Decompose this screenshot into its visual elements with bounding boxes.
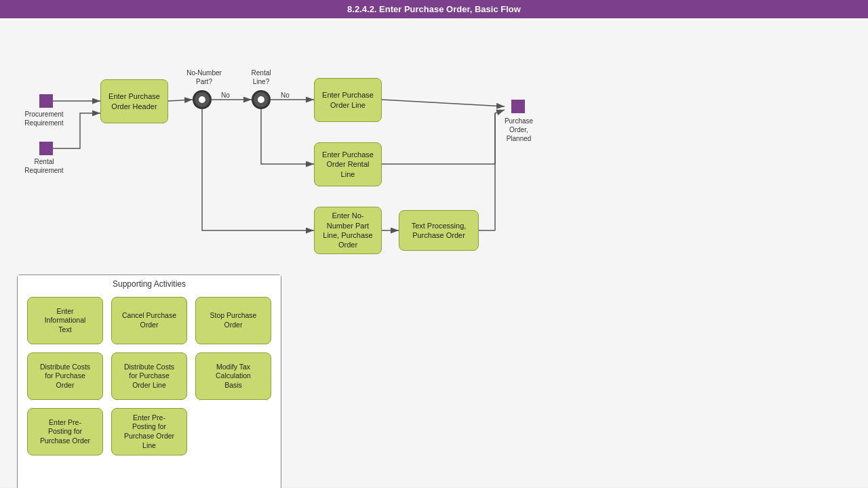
gateway-1 xyxy=(193,90,212,109)
support-modify-tax[interactable]: Modify TaxCalculationBasis xyxy=(195,352,271,400)
supporting-grid: EnterInformationalText Cancel PurchaseOr… xyxy=(18,291,281,465)
gateway-2-label: RentalLine? xyxy=(241,68,281,86)
svg-line-2 xyxy=(168,100,193,101)
page-title: 8.2.4.2. Enter Purchase Order, Basic Flo… xyxy=(347,4,521,14)
supporting-activities-box: Supporting Activities EnterInformational… xyxy=(17,274,281,488)
support-cancel-po[interactable]: Cancel PurchaseOrder xyxy=(111,297,187,344)
svg-line-5 xyxy=(382,100,505,106)
text-processing-box[interactable]: Text Processing,Purchase Order xyxy=(399,210,479,251)
po-planned-label: PurchaseOrder,Planned xyxy=(498,117,539,143)
enter-po-header-box[interactable]: Enter Purchase Order Header xyxy=(100,79,168,123)
title-bar: 8.2.4.2. Enter Purchase Order, Basic Flo… xyxy=(0,0,868,18)
support-distribute-pol[interactable]: Distribute Costsfor PurchaseOrder Line xyxy=(111,352,187,400)
support-stop-po[interactable]: Stop PurchaseOrder xyxy=(195,297,271,344)
enter-no-number-box[interactable]: Enter No-Number PartLine, PurchaseOrder xyxy=(314,207,382,254)
support-distribute-po[interactable]: Distribute Costsfor PurchaseOrder xyxy=(27,352,103,400)
procurement-req-label: Procurement Requirement xyxy=(20,110,68,127)
no-label-2: No xyxy=(281,92,290,99)
support-enter-informational[interactable]: EnterInformationalText xyxy=(27,297,103,344)
gateway-2 xyxy=(252,90,271,109)
gateway-1-label: No-NumberPart? xyxy=(180,68,228,86)
supporting-title: Supporting Activities xyxy=(18,275,281,291)
no-label-1: No xyxy=(221,92,230,99)
rental-req-node xyxy=(39,142,53,155)
enter-po-line-box[interactable]: Enter PurchaseOrder Line xyxy=(314,78,382,122)
procurement-req-node xyxy=(39,94,53,108)
po-planned-node xyxy=(511,100,525,113)
support-empty xyxy=(195,408,271,455)
support-pre-posting-pol[interactable]: Enter Pre-Posting forPurchase OrderLine xyxy=(111,408,187,455)
rental-req-label: RentalRequirement xyxy=(20,157,68,175)
enter-rental-line-box[interactable]: Enter PurchaseOrder RentalLine xyxy=(314,142,382,186)
support-pre-posting-po[interactable]: Enter Pre-Posting forPurchase Order xyxy=(27,408,103,455)
main-canvas: Procurement Requirement RentalRequiremen… xyxy=(0,18,868,487)
